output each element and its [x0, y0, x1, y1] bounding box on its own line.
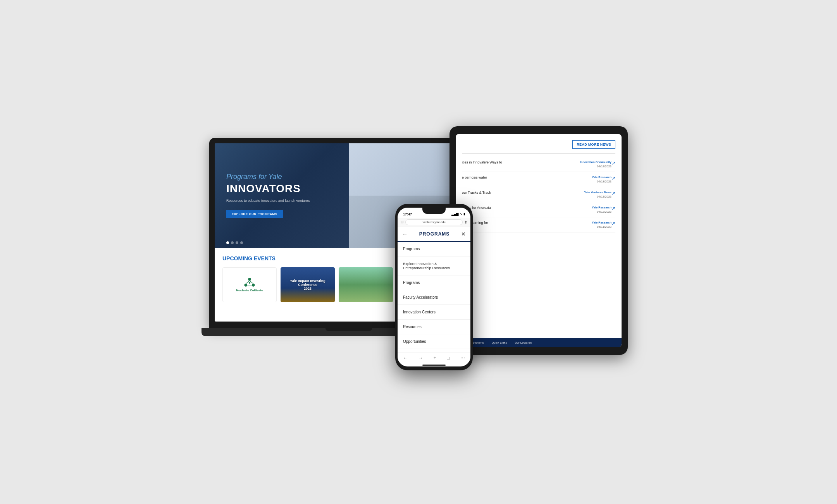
news-item-4-title: peutic for Anorexia [462, 206, 574, 210]
news-item-4-date: 04/12/2023 [577, 210, 611, 213]
news-item-1-date: 04/18/2023 [577, 165, 611, 168]
news-item-3-category: Yale Ventures News [577, 191, 611, 194]
browser-reader-icon: ⊞ [401, 220, 404, 224]
news-item-2-left: e osmosis water [462, 175, 577, 180]
news-item-2-date: 04/18/2023 [577, 180, 611, 183]
news-item-4: peutic for Anorexia Yale Research 04/12/… [462, 202, 615, 217]
phone-more-icon[interactable]: ⋯ [460, 355, 465, 361]
news-item-4-arrow[interactable]: ↗ [611, 206, 615, 211]
news-item-2-category: Yale Research [577, 175, 611, 179]
phone-back-button[interactable]: ← [402, 231, 408, 237]
news-item-5-right: Yale Research 04/11/2023 [577, 221, 611, 229]
news-item-1-title: ities in Innovative Ways to [462, 160, 574, 165]
phone-menu-item-resources[interactable]: Resources [398, 320, 470, 334]
svg-point-0 [248, 278, 251, 281]
news-item-5-title: hine Learning for [462, 221, 574, 225]
event-card-nucleate[interactable]: Nucleate Cultivate [222, 267, 277, 302]
read-more-news-button[interactable]: READ MORE NEWS [572, 140, 615, 149]
phone-bottom-nav: ← → + □ ⋯ [398, 353, 470, 363]
phone-home-indicator [398, 363, 470, 366]
carousel-dots [226, 241, 243, 244]
news-item-1: ities in Innovative Ways to Innovation C… [462, 157, 615, 172]
phone-menu-header: ← PROGRAMS ✕ [398, 227, 470, 242]
hero-text-block: Programs for Yale INNOVATORS Resources t… [226, 173, 337, 218]
news-item-3-left: our Tracks & Track [462, 191, 577, 195]
phone-back-nav-icon[interactable]: ← [403, 355, 408, 361]
event-card-yale-impact[interactable]: Yale Impact InvestingConference2023 [281, 267, 335, 302]
phone-menu-items: Programs Explore Innovation &Entrepreneu… [398, 242, 470, 353]
phone-menu-item-programs-2[interactable]: Programs [398, 275, 470, 290]
hero-tagline: Programs for Yale [226, 173, 337, 181]
news-item-1-left: ities in Innovative Ways to [462, 160, 577, 165]
news-item-5-category: Yale Research [577, 221, 611, 224]
news-item-4-left: peutic for Anorexia [462, 206, 577, 210]
phone-close-button[interactable]: ✕ [461, 231, 466, 237]
phone-tabs-icon[interactable]: □ [447, 355, 450, 361]
footer-col-2-label: Quick Links [492, 341, 507, 344]
news-item-5: hine Learning for Yale Research 04/11/20… [462, 217, 615, 232]
phone-menu-item-faculty[interactable]: Faculty Accelerators [398, 290, 470, 305]
events-title-rest: EVENTS [252, 255, 276, 261]
phone-frame: 17:47 ▂▄▆ ∿ ▮ ⊞ ventures.yale.edu ⬆ [395, 204, 473, 370]
tablet-device: READ MORE NEWS ities in Innovative Ways … [450, 126, 628, 355]
events-title-highlight: UPCOMING [222, 255, 252, 261]
nucleate-logo: Nucleate Cultivate [236, 277, 263, 292]
footer-col-3-label: Our Location [515, 341, 532, 344]
phone-menu-item-innovation[interactable]: Innovation Centers [398, 305, 470, 320]
news-item-5-arrow[interactable]: ↗ [611, 221, 615, 226]
news-item-1-right: Innovation Community 04/18/2023 [577, 160, 611, 168]
phone-browser-bar: ⊞ ventures.yale.edu ⬆ [398, 218, 470, 227]
news-item-4-category: Yale Research [577, 206, 611, 209]
phone-screen: 17:47 ▂▄▆ ∿ ▮ ⊞ ventures.yale.edu ⬆ [398, 208, 470, 366]
tablet-frame: READ MORE NEWS ities in Innovative Ways … [450, 126, 628, 355]
explore-programs-button[interactable]: EXPLORE OUR PROGRAMS [226, 210, 283, 218]
dot-3[interactable] [236, 241, 238, 244]
news-item-3-date: 04/13/2023 [577, 195, 611, 198]
phone-home-bar [422, 365, 446, 366]
phone-device: 17:47 ▂▄▆ ∿ ▮ ⊞ ventures.yale.edu ⬆ [395, 204, 473, 370]
browser-share-icon[interactable]: ⬆ [464, 220, 467, 224]
tablet-screen: READ MORE NEWS ities in Innovative Ways … [456, 134, 622, 347]
nucleate-icon [242, 277, 257, 289]
footer-col-2: Quick Links [492, 341, 507, 344]
tablet-content: READ MORE NEWS ities in Innovative Ways … [456, 134, 622, 347]
hero-main-cell: Programs for Yale INNOVATORS Resources t… [215, 143, 349, 248]
phone-url-bar[interactable]: ventures.yale.edu [405, 219, 463, 225]
news-item-5-date: 04/11/2023 [577, 225, 611, 229]
phone-forward-nav-icon[interactable]: → [418, 355, 423, 361]
nucleate-label: Nucleate Cultivate [236, 289, 263, 292]
news-item-3-title: our Tracks & Track [462, 191, 574, 195]
hero-subtitle: Resources to educate innovators and laun… [226, 199, 337, 203]
news-item-3-right: Yale Ventures News 04/13/2023 [577, 191, 611, 198]
phone-menu-item-opportunities[interactable]: Opportunities [398, 334, 470, 349]
news-item-3-arrow[interactable]: ↗ [611, 191, 615, 196]
news-item-4-right: Yale Research 04/12/2023 [577, 206, 611, 213]
news-item-1-category: Innovation Community [577, 160, 611, 164]
signal-icon: ▂▄▆ [451, 212, 458, 216]
event-card-green[interactable] [339, 267, 393, 302]
svg-point-2 [252, 284, 255, 287]
phone-menu-item-explore[interactable]: Explore Innovation &Entrepreneurship Res… [398, 256, 470, 275]
dot-2[interactable] [231, 241, 234, 244]
phone-add-tab-icon[interactable]: + [434, 355, 436, 361]
dot-4[interactable] [240, 241, 243, 244]
events-title: UPCOMING EVENTS [222, 255, 276, 261]
news-item-2: e osmosis water Yale Research 04/18/2023… [462, 172, 615, 187]
phone-status-icons: ▂▄▆ ∿ ▮ [451, 212, 465, 216]
tablet-footer: Featured Sections Quick Links Our Locati… [456, 338, 622, 347]
hero-title: INNOVATORS [226, 182, 337, 195]
phone-content: 17:47 ▂▄▆ ∿ ▮ ⊞ ventures.yale.edu ⬆ [398, 208, 470, 366]
tablet-divider [462, 153, 615, 154]
scene: Programs for Yale INNOVATORS Resources t… [209, 126, 628, 378]
battery-icon: ▮ [463, 212, 465, 216]
phone-menu-title: PROGRAMS [419, 231, 450, 237]
news-item-5-left: hine Learning for [462, 221, 577, 225]
tablet-read-more-row: READ MORE NEWS [462, 140, 615, 149]
news-item-1-arrow[interactable]: ↗ [611, 160, 615, 166]
wifi-icon: ∿ [460, 212, 462, 216]
footer-col-3: Our Location [515, 341, 532, 344]
svg-point-6 [249, 282, 251, 284]
phone-menu-item-programs-1[interactable]: Programs [398, 242, 470, 256]
dot-1[interactable] [226, 241, 229, 244]
news-item-2-arrow[interactable]: ↗ [611, 175, 615, 181]
